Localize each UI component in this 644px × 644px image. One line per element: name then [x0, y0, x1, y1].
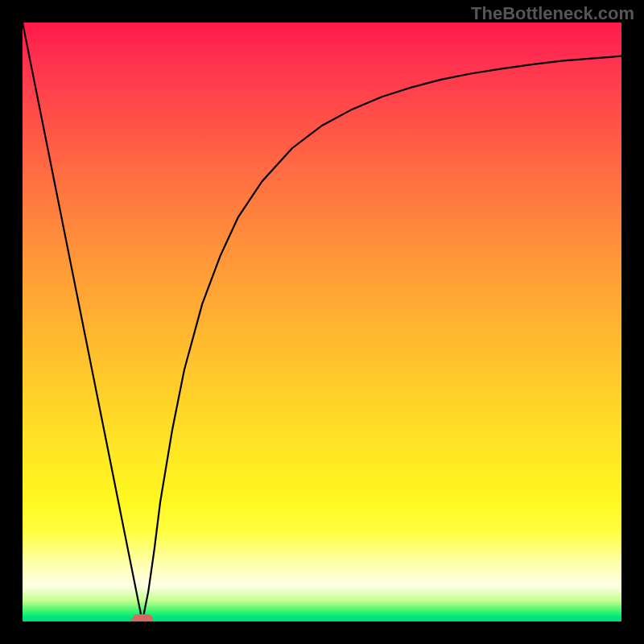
curve-svg [23, 23, 621, 621]
watermark-text: TheBottleneck.com [471, 3, 634, 24]
bottleneck-curve [23, 23, 621, 621]
plot-area [23, 23, 621, 621]
minimum-marker [132, 614, 153, 621]
